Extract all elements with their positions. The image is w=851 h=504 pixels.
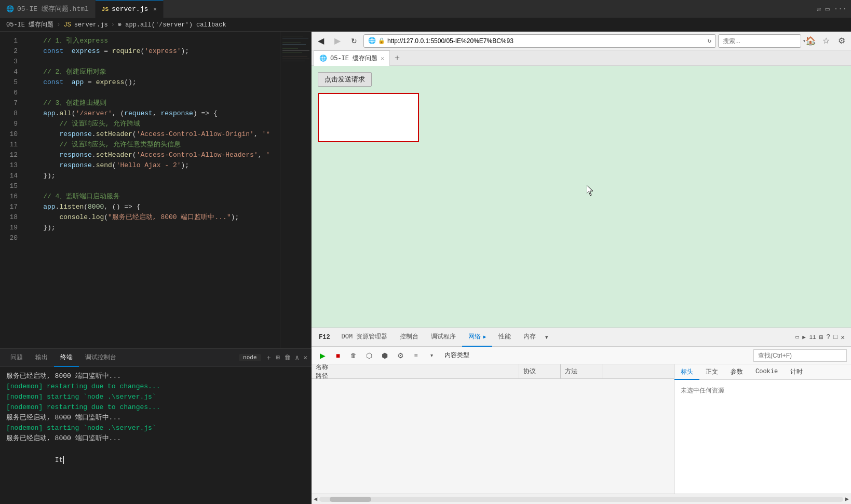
browser-tab-1[interactable]: 🌐 05-IE 缓存问题 ✕	[314, 50, 390, 66]
tab-html-label: 05-IE 缓存问题.html	[17, 4, 89, 13]
detail-tab-timing[interactable]: 计时	[784, 364, 809, 380]
devtools-close-icon[interactable]: ✕	[841, 333, 845, 342]
home-button[interactable]: 🏠	[803, 34, 818, 48]
network-list-header: 名称路径 协议 方法	[312, 364, 674, 379]
network-filter-dropdown[interactable]: ▾	[425, 349, 438, 362]
browser-bottom-scrollbar[interactable]: ◀ ▶	[312, 494, 851, 504]
network-play-button[interactable]: ▶	[316, 349, 329, 362]
network-stop-button[interactable]: ■	[331, 349, 345, 362]
devtools-tab-network[interactable]: 网络 ▶	[462, 328, 492, 347]
devtools-layout-icon[interactable]: ⊞	[819, 333, 823, 342]
network-col-method-header: 方法	[561, 364, 602, 378]
terminal-instance-label[interactable]: node	[239, 354, 261, 361]
breadcrumb-part2[interactable]: JS	[63, 21, 71, 29]
forward-button[interactable]: ▶	[330, 34, 345, 48]
devtools-help-icon[interactable]: ?	[827, 333, 831, 341]
browser-content-area: 点击发送请求	[312, 66, 851, 328]
term-line-2: [nodemon] restarting due to changes...	[6, 382, 305, 392]
mouse-cursor	[587, 185, 595, 198]
back-button[interactable]: ◀	[314, 34, 328, 48]
network-col-method-label: 方法	[565, 367, 577, 376]
detail-tabs: 标头 正文 参数 Cookie	[674, 364, 851, 380]
devtools-tab-performance-label: 性能	[498, 332, 511, 341]
scroll-right-icon[interactable]: ▶	[845, 495, 849, 503]
tab-close-icon[interactable]: ✕	[153, 6, 157, 12]
svg-rect-4	[282, 48, 298, 49]
code-content[interactable]: // 1、引入express const express = require('…	[21, 32, 280, 348]
vscode-tab-bar: 🌐 05-IE 缓存问题.html JS server.js ✕ ⇌ ▭ ···	[0, 0, 851, 18]
svg-rect-3	[282, 44, 306, 45]
scroll-left-icon[interactable]: ◀	[314, 495, 317, 503]
breadcrumb-part3[interactable]: ⊕ app.all('/server') callback	[118, 21, 226, 29]
network-import-button[interactable]: ⬢	[378, 349, 391, 362]
network-export-button[interactable]: ⬡	[362, 349, 376, 362]
line-numbers: 12345 678910 1112131415 1617181920	[0, 32, 21, 348]
devtools-detach-icon[interactable]: □	[833, 333, 838, 341]
devtools-tab-performance[interactable]: 性能	[492, 328, 517, 347]
devtools-tab-console[interactable]: 控制台	[394, 328, 425, 347]
add-terminal-icon[interactable]: ＋	[265, 353, 272, 362]
svg-rect-0	[282, 36, 303, 36]
network-search-input[interactable]	[753, 349, 847, 362]
detail-tab-headers-label: 标头	[681, 367, 693, 376]
screen-icon[interactable]: ▭	[795, 333, 799, 341]
panel-tab-problems-label: 问题	[10, 353, 23, 362]
more-actions-icon[interactable]: ···	[834, 5, 847, 13]
new-tab-button[interactable]: ＋	[390, 51, 404, 65]
panel-tab-terminal[interactable]: 终端	[54, 349, 79, 367]
detail-tab-cookie[interactable]: Cookie	[749, 364, 784, 380]
refresh-button[interactable]: ↻	[347, 34, 361, 48]
browser-tab-close-icon[interactable]: ✕	[381, 55, 384, 62]
kill-terminal-icon[interactable]: 🗑	[284, 354, 291, 362]
network-detail-panel: 标头 正文 参数 Cookie	[674, 364, 851, 494]
search-bar[interactable]: ▾ 🔍	[718, 34, 801, 48]
send-request-button[interactable]: 点击发送请求	[318, 72, 372, 87]
breadcrumb-part1[interactable]: 05-IE 缓存问题	[6, 20, 53, 29]
code-area: 12345 678910 1112131415 1617181920 // 1、…	[0, 32, 311, 348]
devtools-tab-dom-label: DOM 资源管理器	[342, 332, 388, 341]
split-terminal-icon[interactable]: ⊞	[276, 353, 280, 362]
devtools-tab-debugger[interactable]: 调试程序	[425, 328, 462, 347]
detail-tab-body[interactable]: 正文	[699, 364, 724, 380]
panel-tab-output[interactable]: 输出	[29, 349, 54, 367]
term-line-1: 服务已经启动, 8000 端口监听中...	[6, 371, 305, 382]
collapse-panel-icon[interactable]: ∧	[295, 353, 299, 362]
detail-tab-headers[interactable]: 标头	[674, 364, 699, 380]
devtools-tab-memory[interactable]: 内存	[517, 328, 542, 347]
search-input[interactable]	[723, 37, 801, 45]
tab-actions: ⇌ ▭ ···	[817, 5, 851, 13]
split-editor-icon[interactable]: ⇌	[817, 5, 821, 13]
settings-button[interactable]: ⚙	[834, 34, 849, 48]
toggle-panel-icon[interactable]: ▭	[825, 5, 829, 13]
scroll-track[interactable]	[319, 497, 843, 502]
panel-tab-debug[interactable]: 调试控制台	[79, 349, 123, 367]
tab-html[interactable]: 🌐 05-IE 缓存问题.html	[0, 0, 96, 18]
term-cursor-line: It	[6, 445, 305, 476]
detail-tab-params[interactable]: 参数	[724, 364, 749, 380]
devtools-tab-dom[interactable]: DOM 资源管理器	[335, 328, 394, 347]
devtools-overflow-icon[interactable]: ▾	[544, 333, 548, 342]
tab-serverjs[interactable]: JS server.js ✕	[96, 0, 164, 18]
main-content-row: 12345 678910 1112131415 1617181920 // 1、…	[0, 32, 851, 504]
url-input[interactable]	[387, 37, 706, 45]
star-button[interactable]: ☆	[819, 34, 833, 48]
network-clear-button[interactable]: 🗑	[347, 349, 360, 362]
network-toolbar: ▶ ■ 🗑 ⬡ ⬢ ⚙ ≡ ▾ 内容类型	[312, 347, 851, 364]
browser-tab-bar: 🌐 05-IE 缓存问题 ✕ ＋	[312, 50, 851, 66]
send-request-label: 点击发送请求	[325, 75, 365, 83]
browser-main: 点击发送请求 F12	[312, 66, 851, 504]
address-bar[interactable]: 🌐 🔒 ↻	[363, 34, 716, 48]
breadcrumb-serverjs[interactable]: server.js	[74, 21, 108, 29]
devtools-count-badge: ▶ 11	[802, 334, 816, 340]
f12-text: F12	[319, 334, 330, 341]
svg-rect-7	[282, 57, 307, 57]
breadcrumb-sep1: ›	[57, 21, 60, 29]
network-col-protocol-header: 协议	[519, 364, 561, 378]
network-settings-button[interactable]: ⚙	[394, 349, 407, 362]
panel-tab-problems[interactable]: 问题	[4, 349, 29, 367]
network-filter-button[interactable]: ≡	[409, 349, 423, 362]
terminal-content[interactable]: 服务已经启动, 8000 端口监听中... [nodemon] restarti…	[0, 367, 312, 504]
devtools-tab-bar: F12 DOM 资源管理器 控制台 调试程序 网络	[312, 328, 851, 347]
close-panel-icon[interactable]: ✕	[303, 353, 307, 362]
reload-icon-small[interactable]: ↻	[708, 37, 711, 45]
